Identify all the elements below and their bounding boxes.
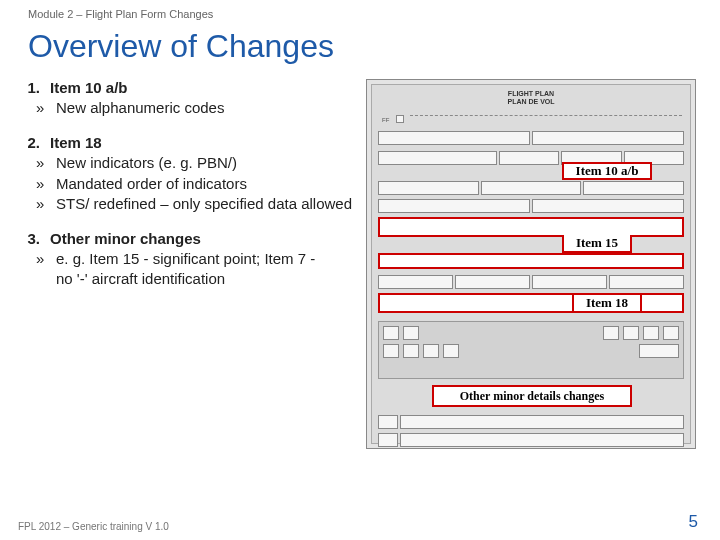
highlight-item15b [378,253,684,269]
item-number: 3. [18,230,40,247]
content-area: 1. Item 10 a/b » New alphanumeric codes … [0,79,720,449]
item-head: Item 18 [50,134,102,151]
module-header: Module 2 – Flight Plan Form Changes [0,0,720,20]
sub-text: e. g. Item 15 - significant point; Item … [56,249,326,290]
sub-text: STS/ redefined – only specified data all… [56,194,352,214]
chevron-icon: » [36,153,50,173]
chevron-icon: » [36,174,50,194]
form-row [378,131,684,147]
page-number: 5 [689,512,698,532]
form-row [378,415,684,431]
chevron-icon: » [36,98,50,118]
sub-text: Mandated order of indicators [56,174,247,194]
item-number: 1. [18,79,40,96]
list-item-1: 1. Item 10 a/b » New alphanumeric codes [18,79,360,118]
sub-bullet: » STS/ redefined – only specified data a… [18,194,360,214]
form-title: FLIGHT PLAN PLAN DE VOL [507,90,554,105]
footer-text: FPL 2012 – Generic training V 1.0 [18,521,169,532]
callout-item15: Item 15 [562,235,632,253]
sub-text: New alphanumeric codes [56,98,224,118]
highlight-item15 [378,217,684,237]
sub-bullet: » e. g. Item 15 - significant point; Ite… [18,249,360,290]
ff-line [410,115,682,116]
ff-arrow-box [396,115,404,123]
sub-bullet: » Mandated order of indicators [18,174,360,194]
form-row [378,199,684,215]
callout-item18: Item 18 [572,293,642,313]
form-inner: FLIGHT PLAN PLAN DE VOL FF Item 10 a/b [371,84,691,444]
form-row [378,181,684,197]
chevron-icon: » [36,249,50,269]
item-head: Item 10 a/b [50,79,128,96]
callout-item10: Item 10 a/b [562,162,652,180]
sub-bullet: » New alphanumeric codes [18,98,360,118]
list-item-3: 3. Other minor changes » e. g. Item 15 -… [18,230,360,290]
callout-other: Other minor details changes [432,385,632,407]
chevron-icon: » [36,194,50,214]
bullet-list: 1. Item 10 a/b » New alphanumeric codes … [18,79,366,449]
form-row [378,433,684,449]
item-head: Other minor changes [50,230,201,247]
form-illustration: FLIGHT PLAN PLAN DE VOL FF Item 10 a/b [366,79,706,449]
ff-label: FF [382,117,389,123]
page-title: Overview of Changes [0,20,720,79]
form-supplementary [378,321,684,379]
sub-bullet: » New indicators (e. g. PBN/) [18,153,360,173]
item-number: 2. [18,134,40,151]
list-item-2: 2. Item 18 » New indicators (e. g. PBN/)… [18,134,360,214]
flight-plan-form: FLIGHT PLAN PLAN DE VOL FF Item 10 a/b [366,79,696,449]
form-row [378,275,684,291]
sub-text: New indicators (e. g. PBN/) [56,153,237,173]
